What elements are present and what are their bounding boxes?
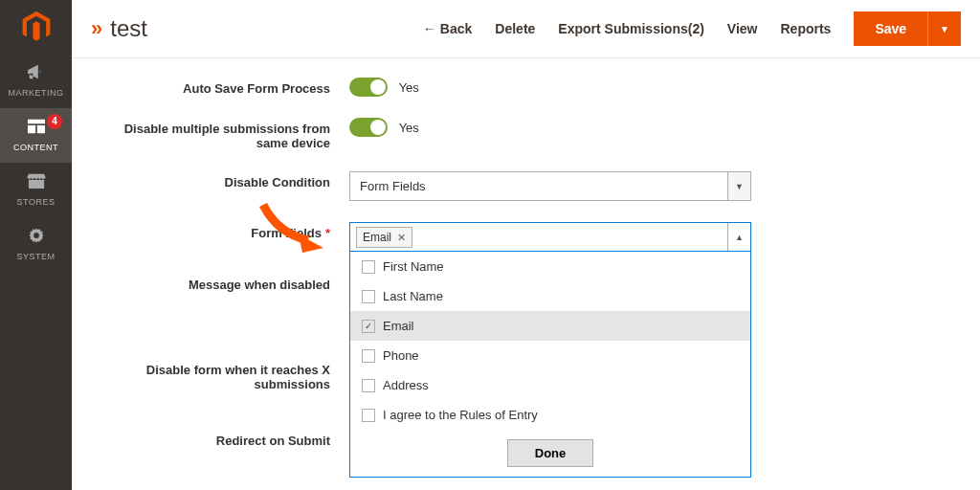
autosave-label: Auto Save Form Process [91, 78, 349, 96]
layout-icon [26, 118, 47, 135]
checkbox-icon [362, 349, 375, 363]
disable-multi-value: Yes [399, 121, 419, 135]
dropdown-option[interactable]: First Name [350, 252, 750, 281]
checkbox-icon [362, 260, 375, 274]
option-label: Phone [383, 348, 419, 363]
option-label: I agree to the Rules of Entry [383, 408, 538, 422]
autosave-value: Yes [399, 80, 419, 95]
checkbox-icon [362, 379, 375, 392]
form-fields-multiselect[interactable]: Email ✕ ▲ [349, 222, 751, 253]
sidebar-item-content[interactable]: CONTENT 4 [0, 108, 72, 163]
view-button[interactable]: View [727, 21, 758, 36]
disable-condition-value: Form Fields [349, 171, 728, 201]
sidebar-item-stores[interactable]: STORES [0, 163, 72, 217]
back-button[interactable]: ←Back [423, 21, 472, 36]
autosave-toggle[interactable] [349, 78, 388, 97]
sidebar-label: STORES [17, 197, 56, 207]
admin-sidebar: MARKETING CONTENT 4 STORES SYSTEM [0, 0, 72, 490]
dropdown-option[interactable]: ✓Email [350, 311, 750, 341]
dropdown-option[interactable]: Last Name [350, 281, 750, 311]
back-label: Back [440, 21, 472, 36]
sidebar-label: MARKETING [8, 88, 63, 98]
form-fields-label: Form Fields* [91, 222, 349, 240]
arrow-left-icon: ← [423, 21, 436, 36]
option-label: First Name [383, 259, 444, 274]
disable-multi-label: Disable multiple submissions from same d… [91, 118, 349, 150]
save-button[interactable]: Save [854, 11, 927, 46]
option-label: Address [383, 378, 429, 392]
checkbox-icon [362, 290, 375, 303]
save-dropdown-toggle[interactable]: ▼ [927, 11, 961, 46]
done-button[interactable]: Done [507, 439, 594, 467]
form-fields-dropdown: First NameLast Name✓EmailPhoneAddressI a… [349, 251, 751, 478]
disable-multi-toggle[interactable] [349, 118, 388, 137]
sidebar-label: CONTENT [13, 143, 58, 152]
chip-label: Email [363, 231, 391, 244]
megaphone-icon [26, 63, 47, 80]
checkbox-icon: ✓ [362, 320, 375, 333]
reaches-x-label: Disable form when it reaches X submissio… [91, 359, 349, 391]
dropdown-option[interactable]: Phone [350, 341, 750, 370]
reports-button[interactable]: Reports [780, 21, 831, 36]
redirect-label: Redirect on Submit [91, 430, 349, 448]
selected-chip-email: Email ✕ [356, 227, 412, 248]
disable-condition-label: Disable Condition [91, 171, 349, 189]
required-asterisk: * [325, 226, 330, 240]
sidebar-item-system[interactable]: SYSTEM [0, 217, 72, 272]
brand-chevron-icon: » [91, 16, 102, 41]
page-header: » test ←Back Delete Export Submissions(2… [72, 0, 980, 58]
disable-condition-select[interactable]: Form Fields ▼ [349, 171, 751, 201]
store-icon [26, 172, 47, 189]
export-button[interactable]: Export Submissions(2) [558, 21, 703, 36]
form-area: Auto Save Form Process Yes Disable multi… [72, 58, 980, 490]
chip-remove-icon[interactable]: ✕ [397, 232, 406, 244]
option-label: Email [383, 319, 414, 333]
sidebar-item-marketing[interactable]: MARKETING [0, 54, 72, 108]
chevron-down-icon: ▼ [728, 171, 751, 201]
option-label: Last Name [383, 289, 443, 303]
gear-icon [26, 227, 47, 244]
checkbox-icon [362, 409, 375, 422]
magento-logo-icon [19, 10, 54, 44]
dropdown-option[interactable]: Address [350, 370, 750, 400]
notification-badge[interactable]: 4 [47, 114, 62, 129]
delete-button[interactable]: Delete [495, 21, 535, 36]
page-title: test [110, 15, 423, 42]
message-disabled-label: Message when disabled [91, 274, 349, 292]
dropdown-option[interactable]: I agree to the Rules of Entry [350, 400, 750, 430]
sidebar-label: SYSTEM [16, 252, 55, 261]
chevron-up-icon[interactable]: ▲ [727, 223, 750, 252]
